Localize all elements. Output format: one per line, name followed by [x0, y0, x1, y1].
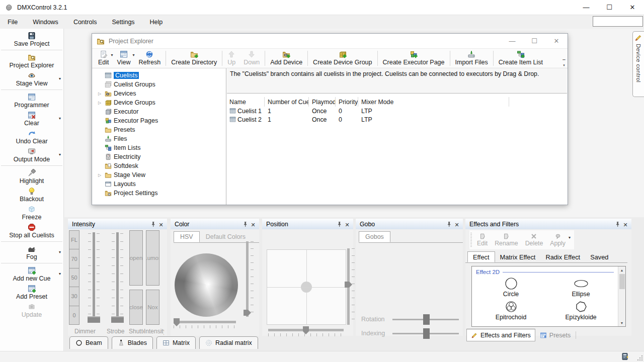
preset-50-button[interactable]: 50 — [69, 268, 79, 287]
slider-track[interactable] — [268, 329, 344, 331]
slider-thumb[interactable] — [244, 310, 251, 316]
tree-item-electricity[interactable]: Electricity — [92, 152, 226, 161]
view-button[interactable]: View — [113, 49, 135, 68]
tab-default-colors[interactable]: Default Colors — [200, 231, 252, 242]
hsv-color-wheel[interactable] — [175, 253, 238, 317]
sidebar-item-freeze[interactable]: Freeze — [0, 204, 63, 222]
scroll-up-icon[interactable]: ▲ — [618, 266, 625, 274]
effect-item-epitrochoid[interactable]: Epitrochoid — [476, 299, 546, 322]
sidebar-item-add-preset[interactable]: Add Preset — [0, 283, 63, 301]
tree-item-softdesk[interactable]: Softdesk — [92, 161, 226, 170]
dropdown-arrow-icon[interactable] — [59, 250, 61, 254]
dropdown-arrow-icon[interactable] — [59, 76, 61, 81]
fader-track[interactable] — [116, 232, 119, 322]
sidebar-item-fog[interactable]: Fog — [0, 243, 63, 261]
slider-track[interactable] — [174, 321, 236, 323]
strobe-fader[interactable] — [108, 230, 127, 326]
tree-expander-icon[interactable] — [98, 92, 105, 96]
tree-item-presets[interactable]: Presets — [92, 125, 226, 134]
tab-gobos[interactable]: Gobos — [359, 231, 390, 242]
tree-expander-icon[interactable] — [98, 101, 105, 105]
intensity-nox-button[interactable]: Nox — [146, 290, 159, 325]
tree-item-layouts[interactable]: Layouts — [92, 179, 226, 189]
dropdown-arrow-icon[interactable] — [59, 116, 61, 121]
sidebar-item-project-explorer[interactable]: Project Explorer — [0, 52, 63, 70]
sidebar-item-clear[interactable]: Clear — [0, 110, 63, 128]
tree-item-device-groups[interactable]: Device Groups — [92, 98, 226, 107]
tree-item-project-settings[interactable]: Project Settings — [92, 189, 226, 198]
column-header-priority[interactable]: Priority — [336, 97, 358, 107]
tab-matrix-effect[interactable]: Matrix Effect — [495, 251, 541, 262]
close-button[interactable]: ✕ — [621, 0, 644, 15]
pin-icon[interactable] — [335, 221, 343, 227]
position-handle[interactable] — [301, 282, 312, 293]
effect-item-epizykloide[interactable]: Epizykloide — [546, 299, 616, 322]
column-header-playmode[interactable]: Playmode — [309, 97, 336, 107]
close-icon[interactable] — [249, 220, 257, 228]
dropdown-arrow-icon[interactable] — [59, 272, 61, 276]
tab-effect[interactable]: Effect — [467, 251, 495, 262]
menu-help[interactable]: Help — [142, 15, 171, 29]
slider-thumb[interactable] — [423, 314, 430, 325]
slider-thumb[interactable] — [345, 282, 352, 288]
tab-effects-and-filters[interactable]: Effects and Filters — [466, 329, 535, 341]
pin-icon[interactable] — [149, 221, 157, 227]
pan-tilt-pad[interactable] — [267, 249, 346, 325]
table-row[interactable]: Cuelist 2 1 Once 0 LTP — [226, 115, 568, 124]
tab-beam[interactable]: Beam — [69, 336, 108, 349]
slider-track[interactable] — [246, 241, 249, 317]
preset-fl-button[interactable]: FL — [69, 230, 79, 249]
column-header-name[interactable]: Name — [226, 97, 265, 107]
device-control-tab[interactable]: Device control — [632, 31, 644, 97]
minimize-button[interactable]: — — [575, 0, 598, 15]
tab-radix-effect[interactable]: Radix Effect — [540, 251, 585, 262]
value-slider[interactable] — [246, 241, 254, 317]
resize-grip[interactable] — [641, 359, 642, 360]
tree-item-devices[interactable]: Devices — [92, 89, 226, 98]
sidebar-item-programmer[interactable]: Programmer — [0, 92, 63, 110]
sidebar-item-add-new-cue[interactable]: Add new Cue — [0, 265, 63, 283]
toolbar-grip[interactable] — [470, 233, 472, 247]
intensity-lumos-button[interactable]: Lumos — [146, 230, 159, 286]
column-header-mixer-mode[interactable]: Mixer Mode — [358, 97, 509, 107]
edit-button[interactable]: Edit — [94, 49, 113, 68]
tree-item-stage-view[interactable]: Stage View — [92, 170, 226, 179]
add-device-button[interactable]: Add Device — [266, 49, 306, 68]
search-input[interactable] — [593, 16, 643, 27]
fader-thumb[interactable] — [88, 316, 100, 323]
sidebar-item-blackout[interactable]: Blackout — [0, 186, 63, 204]
pin-icon[interactable] — [445, 221, 453, 227]
device-status-icon[interactable] — [621, 352, 629, 360]
sidebar-item-save-project[interactable]: Save Project — [0, 30, 63, 48]
rotation-slider[interactable] — [392, 319, 459, 320]
sidebar-item-output-mode[interactable]: Output Mode — [0, 146, 63, 164]
tree-item-executor[interactable]: Executor — [92, 107, 226, 116]
tab-hsv[interactable]: HSV — [174, 231, 200, 242]
tree-item-item-lists[interactable]: Item Lists — [92, 143, 226, 152]
menu-controls[interactable]: Controls — [66, 15, 105, 29]
sidebar-item-stage-view[interactable]: Stage View — [0, 70, 63, 88]
preset-0-button[interactable]: 0 — [69, 306, 79, 325]
menu-settings[interactable]: Settings — [104, 15, 142, 29]
sidebar-item-highlight[interactable]: Highlight — [0, 167, 63, 186]
create-device-group-button[interactable]: Create Device Group — [309, 49, 376, 68]
dimmer-fader[interactable] — [84, 230, 103, 326]
close-icon[interactable] — [453, 220, 461, 228]
pin-icon[interactable] — [613, 221, 621, 227]
tree-expander-icon[interactable] — [98, 173, 105, 177]
tab-radial-matrix[interactable]: Radial matrix — [199, 336, 258, 349]
effect-item-ellipse[interactable]: Ellipse — [546, 276, 616, 299]
sidebar-item-undo-clear[interactable]: Undo Clear — [0, 128, 63, 146]
explorer-minimize-button[interactable]: — — [501, 34, 523, 49]
menu-windows[interactable]: Windows — [25, 15, 66, 29]
saturation-slider[interactable] — [174, 321, 236, 328]
close-icon[interactable] — [621, 220, 629, 228]
tree-item-executor-pages[interactable]: Executor Pages — [92, 116, 226, 125]
preset-30-button[interactable]: 30 — [69, 287, 79, 306]
shutter-close-button[interactable]: close — [129, 290, 143, 325]
explorer-maximize-button[interactable]: ☐ — [523, 34, 545, 49]
pan-slider[interactable] — [268, 329, 344, 336]
scroll-thumb[interactable] — [619, 274, 625, 289]
slider-thumb[interactable] — [423, 328, 430, 339]
create-executor-page-button[interactable]: Create Executor Page — [379, 49, 449, 68]
